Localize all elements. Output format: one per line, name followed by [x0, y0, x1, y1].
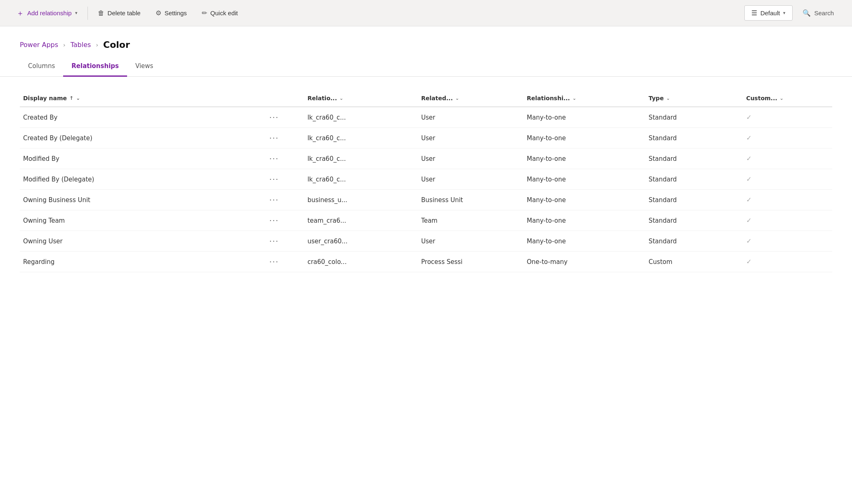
table-row[interactable]: Owning User ··· user_cra60... User Many-…: [20, 231, 832, 252]
sort-dropdown-icon: ⌄: [76, 95, 80, 101]
default-view-button[interactable]: ☰ Default ▾: [744, 5, 793, 21]
breadcrumb: Power Apps › Tables › Color: [20, 40, 832, 50]
col-header-custom[interactable]: Custom... ⌄: [743, 90, 832, 107]
related-dropdown-icon: ⌄: [455, 96, 459, 101]
cell-rel-name: cra60_colo...: [304, 252, 418, 272]
cell-rel-name: lk_cra60_c...: [304, 148, 418, 169]
quick-edit-button[interactable]: ✏ Quick edit: [195, 6, 245, 20]
cell-related: User: [418, 128, 524, 148]
cell-actions[interactable]: ···: [264, 231, 304, 252]
cell-display-name: Owning Team: [20, 210, 264, 231]
custom-dropdown-icon: ⌄: [780, 96, 784, 101]
cell-actions[interactable]: ···: [264, 190, 304, 210]
cell-actions[interactable]: ···: [264, 148, 304, 169]
table-header-row: Display name ↑ ⌄ Relatio... ⌄ Related...: [20, 90, 832, 107]
col-header-actions: [264, 90, 304, 107]
cell-rel-type: Many-to-one: [524, 148, 645, 169]
cell-rel-name: lk_cra60_c...: [304, 128, 418, 148]
table-row[interactable]: Owning Team ··· team_cra6... Team Many-t…: [20, 210, 832, 231]
breadcrumb-current: Color: [103, 40, 130, 50]
row-actions-button[interactable]: ···: [267, 195, 281, 205]
add-relationship-dropdown-icon: ▾: [75, 10, 78, 16]
cell-rel-name: lk_cra60_c...: [304, 107, 418, 128]
cell-custom: ✓: [743, 190, 832, 210]
row-actions-button[interactable]: ···: [267, 215, 281, 226]
table-row[interactable]: Created By ··· lk_cra60_c... User Many-t…: [20, 107, 832, 128]
cell-actions[interactable]: ···: [264, 128, 304, 148]
cell-display-name: Regarding: [20, 252, 264, 272]
row-actions-button[interactable]: ···: [267, 174, 281, 184]
check-icon: ✓: [746, 196, 751, 204]
check-icon: ✓: [746, 113, 751, 121]
tab-relationships[interactable]: Relationships: [63, 57, 127, 77]
row-actions-button[interactable]: ···: [267, 153, 281, 164]
check-icon: ✓: [746, 175, 751, 183]
cell-custom: ✓: [743, 231, 832, 252]
list-icon: ☰: [751, 9, 757, 17]
toolbar: ＋ Add relationship ▾ 🗑 Delete table ⚙ Se…: [0, 0, 852, 26]
cell-type: Standard: [645, 190, 743, 210]
cell-related: Process Sessi: [418, 252, 524, 272]
reltype-dropdown-icon: ⌄: [572, 96, 576, 101]
cell-rel-type: Many-to-one: [524, 107, 645, 128]
cell-actions[interactable]: ···: [264, 252, 304, 272]
search-icon: 🔍: [802, 9, 811, 17]
cell-related: User: [418, 148, 524, 169]
cell-custom: ✓: [743, 252, 832, 272]
cell-actions[interactable]: ···: [264, 169, 304, 190]
breadcrumb-area: Power Apps › Tables › Color: [0, 26, 852, 57]
cell-rel-type: Many-to-one: [524, 169, 645, 190]
cell-rel-name: lk_cra60_c...: [304, 169, 418, 190]
cell-custom: ✓: [743, 169, 832, 190]
tab-views[interactable]: Views: [127, 57, 161, 77]
col-header-type[interactable]: Type ⌄: [645, 90, 743, 107]
settings-button[interactable]: ⚙ Settings: [149, 6, 194, 20]
pencil-icon: ✏: [202, 9, 207, 17]
sort-asc-icon: ↑: [69, 95, 73, 101]
cell-rel-type: One-to-many: [524, 252, 645, 272]
cell-rel-type: Many-to-one: [524, 231, 645, 252]
cell-type: Standard: [645, 148, 743, 169]
cell-rel-type: Many-to-one: [524, 210, 645, 231]
col-header-display-name[interactable]: Display name ↑ ⌄: [20, 90, 264, 107]
table-row[interactable]: Modified By ··· lk_cra60_c... User Many-…: [20, 148, 832, 169]
row-actions-button[interactable]: ···: [267, 133, 281, 143]
add-relationship-button[interactable]: ＋ Add relationship ▾: [10, 5, 84, 21]
cell-actions[interactable]: ···: [264, 210, 304, 231]
cell-related: Team: [418, 210, 524, 231]
cell-related: User: [418, 169, 524, 190]
cell-actions[interactable]: ···: [264, 107, 304, 128]
cell-related: Business Unit: [418, 190, 524, 210]
breadcrumb-tables[interactable]: Tables: [71, 41, 91, 49]
separator-1: [87, 7, 88, 20]
row-actions-button[interactable]: ···: [267, 257, 281, 267]
tabs-area: Columns Relationships Views: [0, 57, 852, 77]
cell-display-name: Created By: [20, 107, 264, 128]
breadcrumb-power-apps[interactable]: Power Apps: [20, 41, 58, 49]
tab-columns[interactable]: Columns: [20, 57, 63, 77]
check-icon: ✓: [746, 258, 751, 266]
col-header-rel-type[interactable]: Relationshi... ⌄: [524, 90, 645, 107]
cell-display-name: Created By (Delegate): [20, 128, 264, 148]
table-row[interactable]: Created By (Delegate) ··· lk_cra60_c... …: [20, 128, 832, 148]
relname-dropdown-icon: ⌄: [340, 96, 343, 101]
col-header-rel-name[interactable]: Relatio... ⌄: [304, 90, 418, 107]
row-actions-button[interactable]: ···: [267, 236, 281, 246]
search-button[interactable]: 🔍 Search: [794, 6, 842, 20]
table-area: Display name ↑ ⌄ Relatio... ⌄ Related...: [0, 77, 852, 285]
delete-table-button[interactable]: 🗑 Delete table: [91, 6, 147, 20]
cell-custom: ✓: [743, 128, 832, 148]
cell-custom: ✓: [743, 107, 832, 128]
col-header-related[interactable]: Related... ⌄: [418, 90, 524, 107]
cell-display-name: Modified By: [20, 148, 264, 169]
table-row[interactable]: Owning Business Unit ··· business_u... B…: [20, 190, 832, 210]
check-icon: ✓: [746, 217, 751, 224]
cell-rel-type: Many-to-one: [524, 190, 645, 210]
row-actions-button[interactable]: ···: [267, 112, 281, 122]
table-row[interactable]: Regarding ··· cra60_colo... Process Sess…: [20, 252, 832, 272]
cell-rel-name: team_cra6...: [304, 210, 418, 231]
relationships-table: Display name ↑ ⌄ Relatio... ⌄ Related...: [20, 90, 832, 272]
cell-display-name: Owning Business Unit: [20, 190, 264, 210]
breadcrumb-sep-1: ›: [63, 42, 66, 48]
table-row[interactable]: Modified By (Delegate) ··· lk_cra60_c...…: [20, 169, 832, 190]
